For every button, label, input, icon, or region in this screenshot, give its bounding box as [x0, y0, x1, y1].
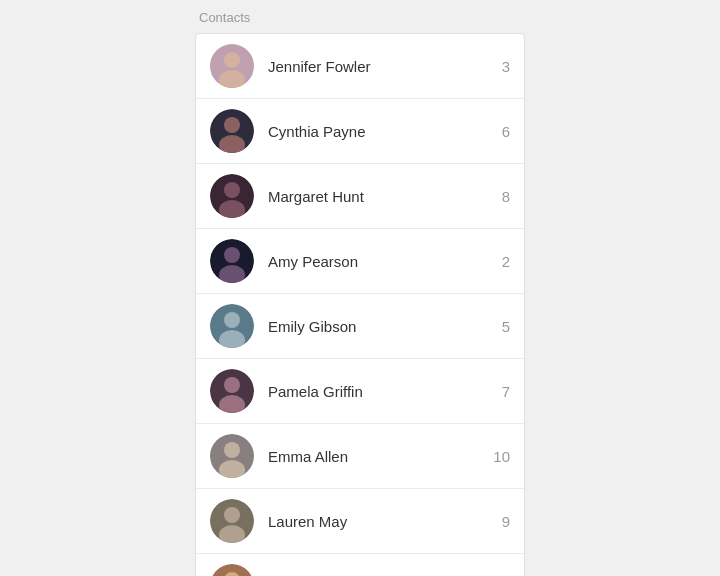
contact-count: 2: [490, 253, 510, 270]
contact-name: Emily Gibson: [268, 318, 490, 335]
contact-count: 6: [490, 123, 510, 140]
avatar: [210, 304, 254, 348]
avatar: [210, 174, 254, 218]
svg-point-1: [224, 52, 240, 68]
contact-count: 7: [490, 383, 510, 400]
contact-count: 3: [490, 58, 510, 75]
contacts-list: Jennifer Fowler3Cynthia Payne6Margaret H…: [195, 33, 525, 576]
contact-count: 8: [490, 188, 510, 205]
contact-item[interactable]: Emma Allen10: [196, 424, 524, 489]
avatar: [210, 369, 254, 413]
avatar: [210, 434, 254, 478]
svg-point-22: [224, 507, 240, 523]
avatar: [210, 564, 254, 576]
contact-item[interactable]: Amy Pearson2: [196, 229, 524, 294]
contacts-header: Contacts: [195, 10, 525, 25]
contact-item[interactable]: Kathleen Weaver4: [196, 554, 524, 576]
contact-name: Amy Pearson: [268, 253, 490, 270]
svg-point-7: [224, 182, 240, 198]
svg-point-10: [224, 247, 240, 263]
contact-item[interactable]: Cynthia Payne6: [196, 99, 524, 164]
avatar: [210, 44, 254, 88]
contact-item[interactable]: Lauren May9: [196, 489, 524, 554]
avatar: [210, 499, 254, 543]
contact-name: Jennifer Fowler: [268, 58, 490, 75]
contact-item[interactable]: Jennifer Fowler3: [196, 34, 524, 99]
contact-item[interactable]: Pamela Griffin7: [196, 359, 524, 424]
contact-count: 5: [490, 318, 510, 335]
contact-name: Cynthia Payne: [268, 123, 490, 140]
avatar: [210, 239, 254, 283]
contact-count: 9: [490, 513, 510, 530]
contact-item[interactable]: Emily Gibson5: [196, 294, 524, 359]
contact-name: Emma Allen: [268, 448, 490, 465]
svg-point-19: [224, 442, 240, 458]
avatar: [210, 109, 254, 153]
contact-name: Pamela Griffin: [268, 383, 490, 400]
contact-item[interactable]: Margaret Hunt8: [196, 164, 524, 229]
svg-point-13: [224, 312, 240, 328]
svg-point-4: [224, 117, 240, 133]
svg-point-16: [224, 377, 240, 393]
contact-name: Lauren May: [268, 513, 490, 530]
contact-count: 10: [490, 448, 510, 465]
contact-name: Margaret Hunt: [268, 188, 490, 205]
contacts-container: Contacts Jennifer Fowler3Cynthia Payne6M…: [195, 10, 525, 576]
